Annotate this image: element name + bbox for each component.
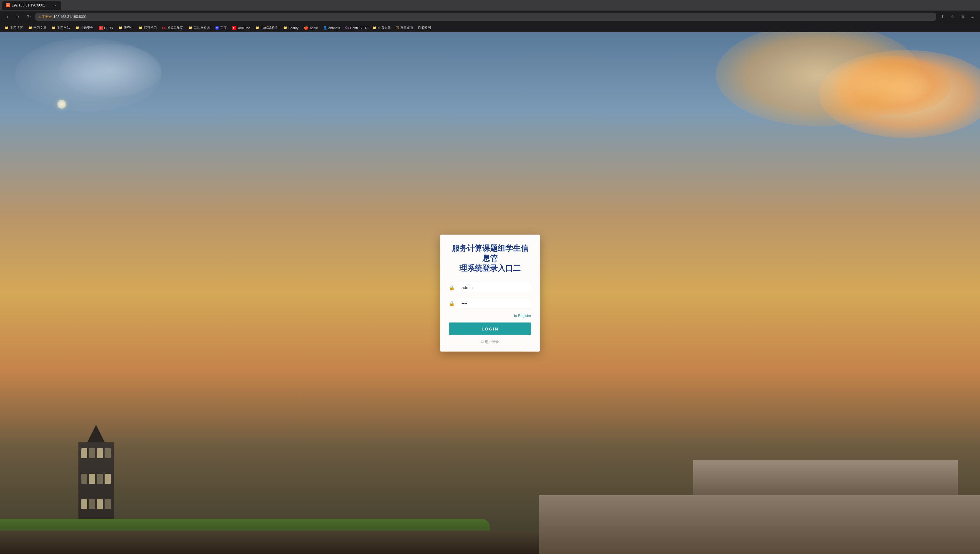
- bookmark-label: YouTube: [237, 26, 250, 30]
- bookmark-label: PhD欧洲: [418, 25, 431, 30]
- folder-icon: [118, 26, 123, 30]
- folder-icon: [188, 26, 192, 30]
- warning-icon: ⚠: [38, 15, 41, 19]
- login-button[interactable]: LOGIN: [449, 323, 531, 335]
- centos-icon: Ce: [345, 26, 349, 29]
- person-icon: 👤: [323, 26, 327, 30]
- login-footer: © 用户登录: [449, 339, 531, 345]
- folder-icon: [255, 26, 259, 30]
- bookmark-youtube[interactable]: ▶ YouTube: [230, 25, 252, 31]
- bookmark-研究生[interactable]: 研究生: [116, 24, 136, 31]
- tab-close-button[interactable]: ✕: [54, 3, 57, 7]
- folder-icon: [75, 26, 79, 30]
- lock-icon: 🔒: [449, 301, 455, 306]
- bookmark-学习文章[interactable]: 学习文章: [26, 24, 49, 31]
- security-badge: ⚠ 不安全: [38, 15, 52, 19]
- browser-chrome: ● 192.168.31.190:8001 ✕ ‹ › ↻ ⚠ 不安全 192.…: [0, 0, 980, 32]
- bookmark-csdn[interactable]: C CSDN: [96, 25, 115, 31]
- login-card: 服务计算课题组学生信息管理系统登录入口二 🔒 🔒 to Register LOG…: [440, 235, 540, 352]
- baidu-icon: b: [215, 26, 219, 30]
- youtube-icon: ▶: [232, 26, 236, 30]
- bookmark-label: 石墨桌面: [400, 25, 413, 30]
- bookmark-centos[interactable]: Ce CentOS 8.0: [343, 25, 369, 31]
- window: [81, 499, 88, 509]
- csdn-icon: C: [99, 26, 103, 30]
- bookmark-label: 学习博客: [10, 25, 23, 30]
- bookmark-工具与资源[interactable]: 工具与资源: [186, 24, 212, 31]
- register-link[interactable]: to Register: [449, 314, 531, 318]
- window: [89, 499, 95, 509]
- bookmark-联邦学习[interactable]: 联邦学习: [136, 24, 159, 31]
- cloud-4: [59, 44, 162, 97]
- bookmark-学习博客[interactable]: 学习博客: [2, 24, 25, 31]
- bookmark-label: 学习文章: [33, 25, 46, 30]
- folder-icon: [52, 26, 56, 30]
- window: [105, 499, 111, 509]
- building-right-main: [539, 495, 980, 554]
- bookmark-apple[interactable]: 🍎 Apple: [301, 24, 320, 31]
- window: [97, 474, 103, 484]
- tab-title: 192.168.31.190:8001: [12, 3, 45, 7]
- url-text: 192.168.31.190:8001: [54, 15, 87, 19]
- bookmarks-bar: 学习博客 学习文章 学习网站 小迪安全 C CSDN 研究生 联邦学习 FC 鱼…: [0, 23, 980, 32]
- bookmark-ahhhhfs[interactable]: 👤 ahhhhfs: [321, 25, 342, 31]
- folder-icon: [138, 26, 143, 30]
- back-button[interactable]: ‹: [3, 13, 12, 21]
- apple-icon: 🍎: [304, 25, 309, 30]
- tab-favicon: ●: [6, 3, 10, 7]
- bookmark-label: CSDN: [104, 26, 113, 30]
- folder-icon: [283, 26, 287, 30]
- bookmark-鱼c工作室[interactable]: FC 鱼C工作室: [160, 24, 185, 31]
- window: [89, 448, 95, 458]
- address-bar[interactable]: ⚠ 不安全 192.168.31.190:8001: [35, 13, 936, 21]
- page-content: 服务计算课题组学生信息管理系统登录入口二 🔒 🔒 to Register LOG…: [0, 32, 980, 554]
- bookmark-label: ahhhhfs: [328, 26, 340, 30]
- window: [97, 448, 103, 458]
- bookmark-label: 百度: [220, 25, 227, 30]
- extensions-button[interactable]: ⊞: [958, 13, 966, 21]
- buildings-right: [539, 460, 980, 554]
- menu-button[interactable]: ≡: [968, 13, 977, 21]
- login-title: 服务计算课题组学生信息管理系统登录入口二: [449, 244, 531, 273]
- share-button[interactable]: ⬆: [938, 13, 947, 21]
- forward-button[interactable]: ›: [14, 13, 22, 21]
- username-group: 🔒: [449, 282, 531, 293]
- password-input[interactable]: [458, 298, 531, 309]
- bookmark-石墨桌面[interactable]: 石 石墨桌面: [394, 24, 415, 31]
- bookmark-beauty[interactable]: Beauty: [281, 25, 301, 31]
- bookmark-label: 联邦学习: [144, 25, 157, 30]
- bookmark-label: 小迪安全: [81, 25, 94, 30]
- bookmark-label: Apple: [310, 26, 318, 30]
- bookmark-百度[interactable]: b 百度: [213, 24, 229, 31]
- bookmark-在看文章[interactable]: 在看文章: [370, 24, 393, 31]
- password-group: 🔒: [449, 298, 531, 309]
- building-right-top: [693, 460, 958, 495]
- folder-icon: [28, 26, 32, 30]
- tab-bar: ● 192.168.31.190:8001 ✕: [0, 0, 980, 11]
- bookmark-学习网站[interactable]: 学习网站: [49, 24, 72, 31]
- bookmark-label: CentOS 8.0: [350, 26, 367, 30]
- moon: [57, 100, 66, 109]
- shimo-icon: 石: [396, 26, 399, 30]
- security-text: 不安全: [42, 15, 52, 19]
- bookmark-macos相关[interactable]: macOS相关: [253, 24, 280, 31]
- username-input[interactable]: [458, 282, 531, 293]
- bookmark-label: Beauty: [288, 26, 299, 30]
- window: [89, 474, 95, 484]
- bookmark-小迪安全[interactable]: 小迪安全: [73, 24, 96, 31]
- active-tab[interactable]: ● 192.168.31.190:8001 ✕: [2, 1, 61, 10]
- window: [105, 474, 111, 484]
- bookmark-button[interactable]: ☆: [948, 13, 956, 21]
- bookmark-label: 工具与资源: [194, 25, 210, 30]
- window: [81, 448, 88, 458]
- window: [81, 474, 88, 484]
- folder-icon: [372, 26, 377, 30]
- reload-button[interactable]: ↻: [25, 13, 33, 21]
- window: [97, 499, 103, 509]
- bookmark-label: 研究生: [124, 25, 134, 30]
- bookmark-phd欧洲[interactable]: PhD欧洲: [416, 24, 433, 31]
- bookmark-label: 在看文章: [378, 25, 391, 30]
- toolbar: ‹ › ↻ ⚠ 不安全 192.168.31.190:8001 ⬆ ☆ ⊞ ≡: [0, 11, 980, 23]
- bookmark-label: 鱼C工作室: [168, 25, 183, 30]
- toolbar-actions: ⬆ ☆ ⊞ ≡: [938, 13, 977, 21]
